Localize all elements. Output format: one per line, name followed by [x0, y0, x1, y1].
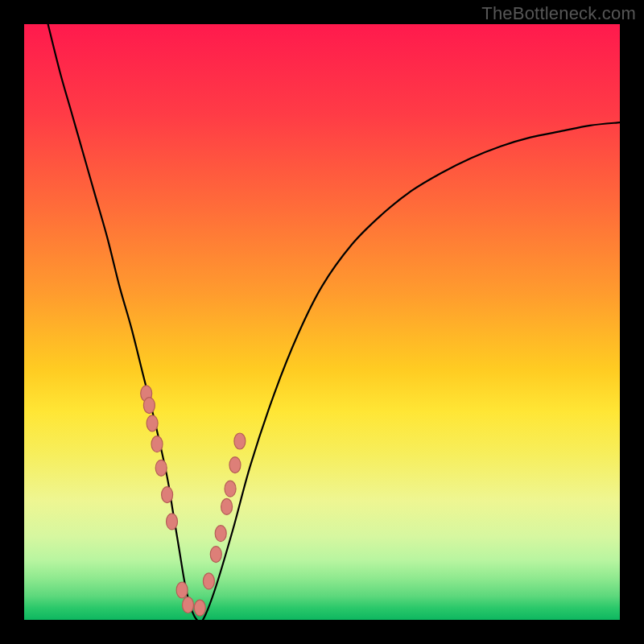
plot-svg [24, 24, 620, 620]
watermark-text: TheBottleneck.com [481, 3, 636, 24]
data-marker [176, 582, 188, 598]
data-marker [162, 487, 173, 503]
data-marker [229, 457, 241, 473]
data-marker [155, 460, 167, 476]
bottleneck-curve [48, 24, 620, 620]
data-marker [194, 600, 205, 616]
data-marker [210, 547, 221, 563]
data-marker [143, 398, 155, 414]
data-markers [141, 386, 246, 616]
data-marker [151, 436, 163, 452]
data-marker [183, 597, 194, 613]
data-marker [225, 481, 236, 497]
data-marker [234, 433, 246, 449]
chart-frame: TheBottleneck.com [0, 0, 644, 644]
data-marker [167, 514, 178, 530]
plot-area [24, 24, 620, 620]
data-marker [203, 573, 214, 589]
data-marker [147, 415, 158, 431]
data-marker [215, 526, 226, 542]
data-marker [221, 498, 233, 514]
